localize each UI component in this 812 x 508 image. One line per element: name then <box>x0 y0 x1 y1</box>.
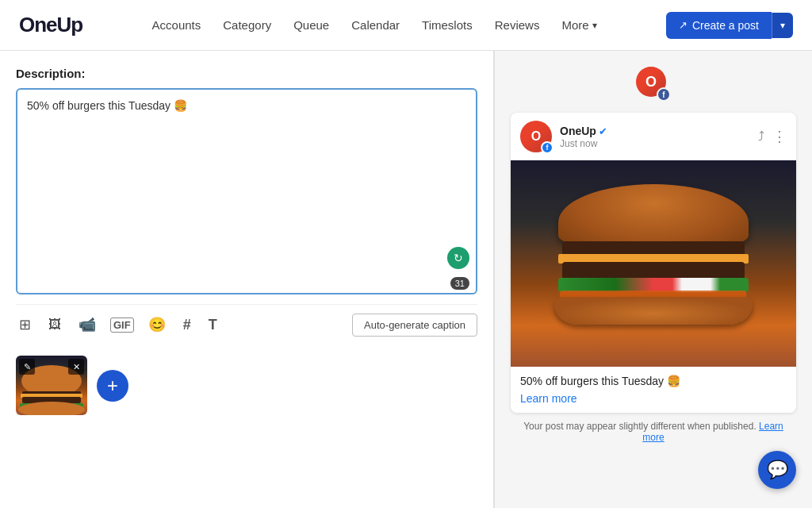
nav-calendar[interactable]: Calendar <box>351 18 400 32</box>
preview-profile: O f OneUp ✔ Just now <box>520 121 607 152</box>
preview-platform-badge: f <box>541 141 553 154</box>
preview-avatar: O f <box>520 121 552 152</box>
thumbnail-wrapper: ✎ ✕ <box>16 356 87 415</box>
right-panel: O f O f OneUp ✔ Just now <box>495 51 812 508</box>
text-format-icon[interactable]: T <box>205 314 220 337</box>
auto-caption-button[interactable]: Auto-generate caption <box>352 314 477 337</box>
toolbar-icons: ⊞ 🖼 📹 GIF 😊 # T <box>16 313 220 337</box>
logo-text: OneUp <box>19 13 82 37</box>
auto-caption-label: Auto-generate caption <box>364 319 465 331</box>
verified-icon: ✔ <box>599 125 607 137</box>
external-link-icon: ↗ <box>679 19 688 31</box>
burger-illustration <box>550 184 756 359</box>
preview-name-row: OneUp ✔ <box>560 125 607 137</box>
account-badge: O f <box>636 67 671 102</box>
grid-icon[interactable]: ⊞ <box>16 313 34 337</box>
preview-profile-info: OneUp ✔ Just now <box>560 124 607 149</box>
add-image-button[interactable]: + <box>97 370 128 402</box>
images-row: ✎ ✕ + <box>16 356 477 415</box>
nav-more[interactable]: More ▾ <box>561 18 596 32</box>
patty-2 <box>562 262 745 279</box>
refresh-icon[interactable]: ↻ <box>447 247 469 269</box>
left-panel: Description: 50% off burgers this Tuesda… <box>0 51 494 508</box>
nav-accounts[interactable]: Accounts <box>152 18 201 32</box>
preview-caption: 50% off burgers this Tuesday 🍔 <box>511 367 796 391</box>
emoji-icon[interactable]: 😊 <box>145 313 169 337</box>
create-post-label: Create a post <box>692 19 759 32</box>
nav-more-label: More <box>561 18 588 32</box>
nav-timeslots[interactable]: Timeslots <box>422 18 473 32</box>
create-post-button[interactable]: ↗ Create a post <box>666 12 772 39</box>
chevron-down-icon: ▾ <box>592 20 597 31</box>
image-icon[interactable]: 🖼 <box>45 314 64 335</box>
gif-icon[interactable]: GIF <box>110 318 134 333</box>
header-actions: ↗ Create a post ▾ <box>666 12 793 39</box>
chat-icon: 💬 <box>767 460 788 480</box>
preview-actions: ⤴ ⋮ <box>758 128 787 145</box>
nav-reviews[interactable]: Reviews <box>495 18 540 32</box>
description-label: Description: <box>16 67 477 80</box>
preview-account-name: OneUp <box>560 125 596 137</box>
bun-top <box>558 184 749 248</box>
chat-bubble-button[interactable]: 💬 <box>758 451 796 489</box>
logo: OneUp <box>19 13 82 37</box>
more-options-icon[interactable]: ⋮ <box>772 128 787 145</box>
main-container: Description: 50% off burgers this Tuesda… <box>0 51 812 508</box>
description-textarea[interactable]: 50% off burgers this Tuesday 🍔 <box>16 88 477 294</box>
burger-visual <box>511 160 796 367</box>
toolbar: ⊞ 🖼 📹 GIF 😊 # T Auto-generate caption <box>16 304 477 344</box>
video-icon[interactable]: 📹 <box>75 313 99 337</box>
nav-category[interactable]: Category <box>223 18 271 32</box>
thumbnail-delete-icon[interactable]: ✕ <box>68 359 84 375</box>
chevron-down-icon: ▾ <box>780 20 785 31</box>
textarea-wrapper: 50% off burgers this Tuesday 🍔 ↻ 31 <box>16 88 477 298</box>
note-text: Your post may appear slightly different … <box>523 421 756 432</box>
avatar-letter: O <box>531 129 541 144</box>
note-bar: Your post may appear slightly different … <box>508 421 799 443</box>
platform-badge: f <box>657 87 671 102</box>
preview-timestamp: Just now <box>560 138 607 149</box>
header: OneUp Accounts Category Queue Calendar T… <box>0 0 812 51</box>
share-icon[interactable]: ⤴ <box>758 129 764 144</box>
hashtag-icon[interactable]: # <box>180 314 194 337</box>
preview-learn-more-link[interactable]: Learn more <box>511 391 796 413</box>
preview-burger-image <box>511 160 796 367</box>
main-nav: Accounts Category Queue Calendar Timeslo… <box>152 18 597 32</box>
preview-header: O f OneUp ✔ Just now ⤴ ⋮ <box>511 113 796 160</box>
bun-bottom <box>554 297 753 325</box>
char-count: 31 <box>450 277 469 290</box>
thumbnail-edit-icon[interactable]: ✎ <box>19 359 35 375</box>
nav-queue[interactable]: Queue <box>293 18 329 32</box>
create-post-dropdown[interactable]: ▾ <box>772 13 793 38</box>
preview-card: O f OneUp ✔ Just now ⤴ ⋮ <box>511 113 796 413</box>
